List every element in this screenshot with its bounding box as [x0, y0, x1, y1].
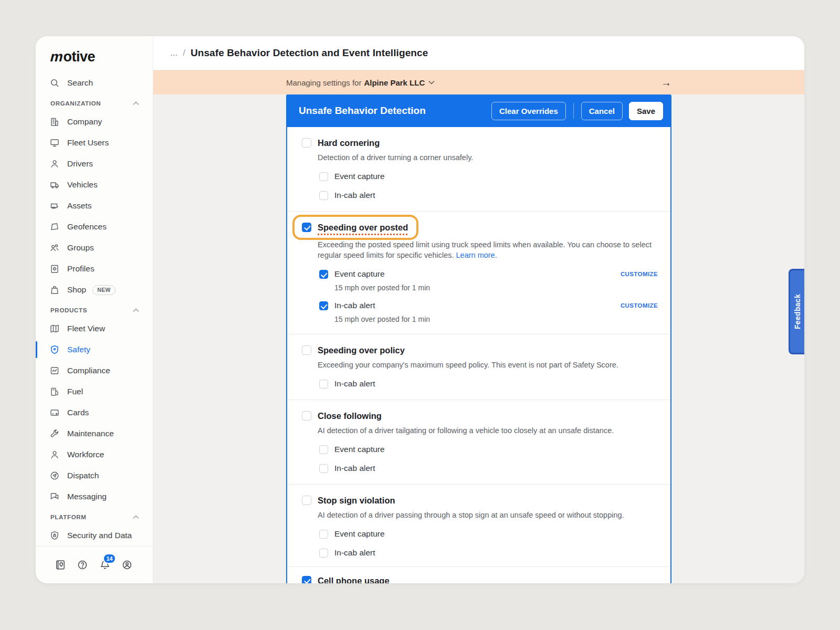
sidebar-item-profiles[interactable]: Profiles	[36, 258, 153, 279]
checkbox[interactable]	[319, 191, 328, 200]
sidebar-item-label: Messaging	[67, 492, 107, 501]
person-icon	[49, 159, 60, 169]
sidebar-item-security-and-data[interactable]: Security and Data	[36, 525, 153, 546]
truck-icon	[49, 180, 60, 190]
customize-link[interactable]: CUSTOMIZE	[621, 271, 658, 277]
setting-description: Exceeding the posted speed limit using t…	[318, 239, 658, 260]
sidebar-item-label: Cards	[67, 408, 89, 417]
checkbox[interactable]	[319, 380, 328, 388]
setting-title: Stop sign violation	[318, 494, 395, 507]
sidebar-footer: 14	[36, 546, 153, 583]
feedback-tab[interactable]: Feedback	[789, 269, 804, 354]
bell-icon[interactable]: 14	[98, 558, 112, 572]
sidebar-item-label: Vehicles	[67, 180, 98, 190]
section-label: ORGANIZATION	[50, 100, 101, 107]
page-title: Unsafe Behavior Detection and Event Inte…	[191, 47, 428, 59]
sidebar-item-shop[interactable]: Shop NEW	[36, 279, 153, 300]
sidebar-item-geofences[interactable]: Geofences	[36, 216, 153, 237]
checkbox[interactable]	[319, 549, 328, 558]
section-label: PLATFORM	[50, 514, 87, 520]
sidebar: motive Search ORGANIZATION Company Fleet…	[36, 36, 153, 583]
checkbox[interactable]	[319, 172, 328, 181]
save-button[interactable]: Save	[629, 102, 663, 120]
sidebar-item-drivers[interactable]: Drivers	[36, 153, 153, 174]
checkbox[interactable]	[302, 223, 311, 232]
checkbox[interactable]	[302, 345, 311, 355]
checkbox[interactable]	[302, 496, 311, 505]
shopping-bag-icon	[49, 285, 60, 295]
customize-link[interactable]: CUSTOMIZE	[621, 302, 658, 309]
setting-description: Detection of a driver turning a corner u…	[318, 152, 658, 163]
checkbox[interactable]	[319, 464, 328, 473]
checkbox[interactable]	[302, 411, 311, 421]
sidebar-item-company[interactable]: Company	[36, 111, 153, 132]
sidebar-item-dispatch[interactable]: Dispatch	[36, 465, 153, 486]
checkbox[interactable]	[319, 530, 328, 539]
sidebar-item-messaging[interactable]: Messaging	[36, 486, 153, 507]
panel-title: Unsafe Behavior Detection	[299, 105, 491, 117]
setting-section-stop-sign-violation: Stop sign violation AI detection of a dr…	[287, 485, 670, 567]
setting-section-hard-cornering: Hard cornering Detection of a driver tur…	[287, 127, 670, 212]
building-icon	[49, 117, 60, 127]
profile-gear-icon	[49, 264, 60, 274]
logo-m: m	[48, 49, 65, 65]
sidebar-item-label: Safety	[67, 345, 90, 354]
checkbox[interactable]	[319, 301, 328, 310]
sidebar-item-label: Maintenance	[67, 429, 114, 438]
section-label: PRODUCTS	[50, 307, 87, 313]
sidebar-section-platform[interactable]: PLATFORM	[36, 507, 153, 525]
checkbox[interactable]	[319, 445, 328, 454]
checkbox[interactable]	[302, 138, 311, 148]
sidebar-item-label: Assets	[67, 201, 92, 211]
sidebar-item-label: Compliance	[67, 366, 110, 375]
sub-option-label: Event capture	[334, 172, 385, 181]
setting-title: Hard cornering	[318, 136, 380, 149]
motive-logo[interactable]: motive	[36, 45, 153, 72]
chat-icon	[49, 491, 60, 502]
checkbox[interactable]	[319, 270, 328, 279]
breadcrumb-ellipsis[interactable]: ...	[170, 48, 177, 58]
sidebar-item-safety[interactable]: Safety	[36, 339, 153, 360]
sidebar-item-vehicles[interactable]: Vehicles	[36, 174, 153, 195]
clear-overrides-button[interactable]: Clear Overrides	[491, 102, 566, 120]
sidebar-item-label: Workforce	[67, 450, 104, 459]
sidebar-section-products[interactable]: PRODUCTS	[36, 300, 153, 318]
checkbox[interactable]	[302, 576, 311, 583]
person-icon	[49, 449, 60, 460]
setting-description: AI detection of a driver tailgating or f…	[318, 425, 658, 436]
chevron-down-icon[interactable]	[428, 80, 435, 85]
dispatch-icon	[49, 470, 60, 481]
help-icon[interactable]	[76, 558, 89, 572]
sidebar-item-groups[interactable]: Groups	[36, 237, 153, 258]
setting-section-speeding-over-policy: Speeding over policy Exceeding your comp…	[287, 334, 670, 400]
sidebar-item-label: Geofences	[67, 222, 107, 232]
managing-settings-text[interactable]: Managing settings for Alpine Park LLC	[286, 78, 435, 87]
sidebar-item-assets[interactable]: Assets	[36, 195, 153, 216]
sidebar-item-fuel[interactable]: Fuel	[36, 381, 153, 402]
new-badge: NEW	[92, 285, 116, 295]
sidebar-section-organization[interactable]: ORGANIZATION	[36, 93, 153, 111]
sidebar-item-label: Fleet View	[67, 324, 105, 333]
sub-option-label: In-cab alert	[334, 301, 375, 310]
setting-description: AI detection of a driver passing through…	[318, 510, 658, 520]
content-area: Unsafe Behavior Detection Clear Override…	[153, 94, 804, 583]
sidebar-item-workforce[interactable]: Workforce	[36, 444, 153, 465]
sidebar-item-maintenance[interactable]: Maintenance	[36, 423, 153, 444]
sidebar-item-fleet-users[interactable]: Fleet Users	[36, 132, 153, 153]
sidebar-item-cards[interactable]: Cards	[36, 402, 153, 423]
sidebar-item-compliance[interactable]: Compliance	[36, 360, 153, 381]
clipboard-pulse-icon	[49, 365, 60, 376]
monitor-icon	[49, 138, 60, 148]
sidebar-item-search[interactable]: Search	[36, 72, 153, 93]
account-icon[interactable]	[120, 558, 134, 572]
sub-option-description: 15 mph over posted for 1 min	[334, 314, 658, 324]
sidebar-item-fleet-view[interactable]: Fleet View	[36, 318, 153, 339]
fuel-pump-icon	[49, 386, 60, 397]
arrow-right-icon[interactable]: →	[661, 77, 671, 88]
cancel-button[interactable]: Cancel	[581, 102, 623, 120]
sub-option-description: 15 mph over posted for 1 min	[334, 283, 658, 293]
unsafe-behavior-panel: Unsafe Behavior Detection Clear Override…	[286, 94, 671, 583]
polygon-icon	[49, 222, 60, 232]
learn-more-link[interactable]: Learn more.	[456, 251, 497, 259]
logbook-icon[interactable]	[54, 558, 67, 572]
